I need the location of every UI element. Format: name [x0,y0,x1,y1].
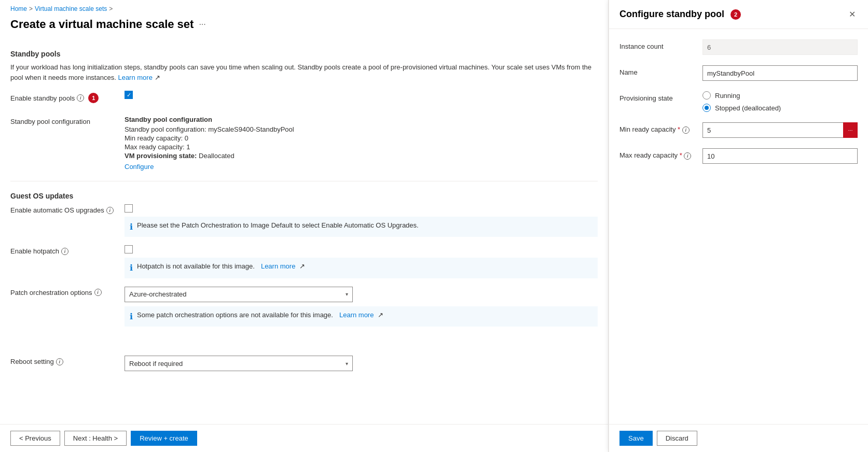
guest-os-title: Guest OS updates [10,192,598,200]
auto-os-info-bar-icon: ℹ [130,221,133,233]
patch-control: Azure-orchestrated ▾ ℹ Some patch orches… [125,287,598,327]
enable-standby-checkbox-container: ✓ [125,91,598,99]
provisioning-stopped-radio[interactable] [702,104,711,112]
discard-button[interactable]: Discard [657,431,697,446]
enable-standby-info-icon[interactable]: i [77,94,84,102]
pool-config-row: Standby pool configuration Standby pool … [10,116,598,171]
standby-pools-title: Standby pools [10,50,598,58]
auto-os-checkbox[interactable] [125,204,133,213]
enable-standby-checkbox[interactable]: ✓ [125,91,133,99]
min-required-star: * [678,125,680,133]
reboot-control: Reboot if required ▾ [125,356,598,371]
max-required-star: * [680,151,682,159]
max-capacity-input[interactable] [702,148,858,164]
side-panel-title: Configure standby pool [619,9,724,20]
provisioning-row: Provisioning state Running Stopped (deal… [619,91,858,112]
auto-os-label: Enable automatic OS upgrades i [10,204,125,214]
previous-button[interactable]: < Previous [10,431,60,446]
instance-count-control [702,39,858,55]
side-panel: Configure standby pool 2 ✕ Instance coun… [609,0,868,452]
name-control [702,65,858,81]
pool-config-min-line: Min ready capacity: 0 [125,134,598,142]
radio-dot-icon [705,106,709,110]
reboot-row: Reboot setting i Reboot if required ▾ [10,356,598,372]
hotpatch-checkbox[interactable] [125,245,133,253]
pool-config-label: Standby pool configuration [10,116,125,125]
name-input[interactable] [702,65,858,81]
instance-count-row: Instance count [619,39,858,55]
standby-pools-section: Standby pools If your workload has long … [10,50,598,171]
standby-pools-learn-more[interactable]: Learn more [118,74,152,81]
reboot-chevron-icon: ▾ [346,361,348,366]
reboot-select[interactable]: Reboot if required ▾ [125,356,353,371]
page-title: Create a virtual machine scale set [10,18,194,31]
pool-config-vmstate-line: VM provisioning state: Deallocated [125,152,598,160]
provisioning-stopped-item[interactable]: Stopped (deallocated) [702,104,858,112]
patch-info-icon[interactable]: i [94,289,102,296]
pool-config-box: Standby pool configuration Standby pool … [125,116,598,171]
hotpatch-checkbox-container [125,245,598,253]
min-capacity-row: Min ready capacity * i ··· [619,122,858,138]
min-capacity-control: ··· [702,122,858,138]
auto-os-info-bar: ℹ Please set the Patch Orchestration to … [125,217,598,237]
auto-os-checkbox-container [125,204,598,213]
hotpatch-info-icon[interactable]: i [61,248,68,255]
patch-info-bar: ℹ Some patch orchestration options are n… [125,306,598,327]
breadcrumb-sep2: > [109,5,113,12]
max-capacity-control [702,148,858,164]
close-icon[interactable]: ✕ [847,7,858,21]
guest-os-section: Guest OS updates Enable automatic OS upg… [10,192,598,327]
patch-select[interactable]: Azure-orchestrated ▾ [125,287,353,302]
min-capacity-label: Min ready capacity * i [619,122,702,134]
name-row: Name [619,65,858,81]
reboot-select-wrapper: Reboot if required ▾ [125,356,353,371]
side-panel-title-row: Configure standby pool 2 [619,9,741,20]
enable-standby-label: Enable standby pools i 1 [10,91,125,103]
hotpatch-row: Enable hotpatch i ℹ Hotpatch is not avai… [10,245,598,278]
breadcrumb: Home > Virtual machine scale sets > [0,0,608,16]
provisioning-running-label: Running [715,92,740,100]
provisioning-radio-group: Running Stopped (deallocated) [702,91,858,112]
patch-label: Patch orchestration options i [10,287,125,296]
save-button[interactable]: Save [619,431,653,446]
auto-os-info-icon[interactable]: i [106,207,114,214]
provisioning-running-item[interactable]: Running [702,91,858,100]
patch-info-bar-icon: ℹ [130,311,133,322]
provisioning-stopped-label: Stopped (deallocated) [715,104,781,112]
pool-config-max-line: Max ready capacity: 1 [125,143,598,151]
side-panel-footer: Save Discard [609,424,868,452]
min-capacity-input-wrapper: ··· [702,122,858,138]
min-capacity-info-icon[interactable]: i [682,126,690,134]
provisioning-label: Provisioning state [619,91,702,102]
configure-link[interactable]: Configure [125,163,154,171]
patch-chevron-icon: ▾ [346,291,348,297]
breadcrumb-vmss[interactable]: Virtual machine scale sets [35,5,107,12]
review-create-button[interactable]: Review + create [131,431,197,446]
checkbox-check-icon: ✓ [127,92,131,98]
min-capacity-error-icon: ··· [843,122,858,138]
side-panel-header: Configure standby pool 2 ✕ [609,0,868,29]
main-panel: Home > Virtual machine scale sets > Crea… [0,0,609,452]
hotpatch-info-bar: ℹ Hotpatch is not available for this ima… [125,258,598,278]
patch-learn-more[interactable]: Learn more [339,310,374,320]
provisioning-running-radio[interactable] [702,91,711,100]
max-capacity-info-icon[interactable]: i [684,152,691,160]
page-menu-icon[interactable]: ··· [199,20,205,29]
max-capacity-label: Max ready capacity * i [619,148,702,160]
enable-standby-control: ✓ [125,91,598,99]
max-capacity-row: Max ready capacity * i [619,148,858,164]
next-button[interactable]: Next : Health > [64,431,127,446]
breadcrumb-home[interactable]: Home [10,5,27,12]
patch-row: Patch orchestration options i Azure-orch… [10,287,598,327]
hotpatch-info-bar-icon: ℹ [130,262,133,274]
pool-config-name-line: Standby pool configuration: myScaleS9400… [125,125,598,133]
hotpatch-label: Enable hotpatch i [10,245,125,255]
reboot-info-icon[interactable]: i [56,358,63,365]
content-area: Standby pools If your workload has long … [0,39,608,424]
enable-standby-row: Enable standby pools i 1 ✓ [10,91,598,107]
hotpatch-learn-more[interactable]: Learn more [261,262,295,271]
auto-os-row: Enable automatic OS upgrades i ℹ Please … [10,204,598,237]
patch-selected-value: Azure-orchestrated [129,290,187,298]
min-capacity-input[interactable] [702,122,858,138]
side-panel-badge: 2 [731,9,741,20]
